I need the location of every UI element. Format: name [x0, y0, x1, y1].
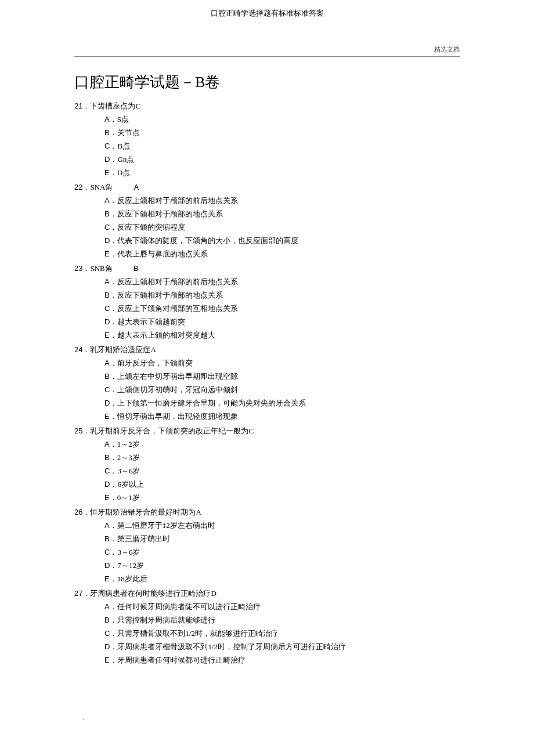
- option-separator: ．: [110, 196, 117, 205]
- question-text: 下齿槽座点为C: [90, 102, 140, 110]
- question-stem: 23．SNB角B: [74, 262, 460, 275]
- option-text: 只需牙槽骨汲取不到1/2时，就能够进行正畸治疗: [117, 629, 278, 638]
- question-stem: 22．SNA角A: [74, 180, 460, 194]
- option-separator: ．: [110, 629, 117, 638]
- option-label: D: [104, 561, 110, 570]
- option-separator: ．: [110, 480, 117, 489]
- option-item: D．上下颌第一恒磨牙建牙合早期，可能为尖对尖的牙合关系: [104, 396, 460, 410]
- question-number: 24: [74, 345, 82, 354]
- option-text: 反应下颌相对于颅部的地点关系: [117, 209, 223, 218]
- option-item: D．代表下颌体的陡度，下颌角的大小，也反应面部的高度: [104, 234, 460, 247]
- option-label: B: [104, 453, 110, 462]
- option-label: E: [104, 493, 110, 502]
- option-label: E: [104, 656, 110, 664]
- question-separator: ．: [82, 426, 90, 435]
- option-label: E: [104, 331, 110, 339]
- option-text: 1～2岁: [117, 440, 140, 448]
- option-text: 反应下颌的突缩程度: [117, 223, 185, 231]
- option-separator: ．: [110, 291, 117, 299]
- option-label: C: [104, 304, 110, 313]
- question-separator: ．: [82, 345, 90, 354]
- options-list: A．反应上颌相对于颅部的前后地点关系B．反应下颌相对于颅部的地点关系C．反应下颌…: [74, 194, 460, 261]
- option-label: E: [104, 574, 110, 583]
- question: 26．恒牙期矫治错牙合的最好时期为AA．第二恒磨牙于12岁左右萌出时B．第三磨牙…: [74, 505, 460, 585]
- option-text: 越大表示下颌越前突: [117, 317, 185, 326]
- option-item: C．上颌侧切牙初萌时，牙冠向远中倾斜: [104, 383, 460, 396]
- option-label: A: [104, 196, 110, 205]
- question-stem: 26．恒牙期矫治错牙合的最好时期为A: [74, 505, 460, 519]
- options-list: A．S点B．关节点C．B点D．Gn点E．D点: [74, 113, 460, 179]
- option-label: A: [104, 521, 110, 530]
- option-separator: ．: [110, 399, 117, 407]
- option-text: 6岁以上: [117, 480, 144, 489]
- question-number: 21: [74, 102, 82, 110]
- question: 27．牙周病患者在何时能够进行正畸治疗DA．任何时候牙周病患者陡不可以进行正畸治…: [74, 587, 460, 667]
- option-label: A: [104, 277, 110, 286]
- question-text: 恒牙期矫治错牙合的最好时期为A: [90, 508, 201, 516]
- question: 22．SNA角AA．反应上颌相对于颅部的前后地点关系B．反应下颌相对于颅部的地点…: [74, 180, 460, 261]
- option-text: 越大表示上颌的相对突度越大: [117, 331, 215, 339]
- page-header-right: 精选文档: [0, 19, 534, 54]
- question-separator: ．: [82, 264, 90, 273]
- option-text: 上颌侧切牙初萌时，牙冠向远中倾斜: [117, 385, 238, 394]
- option-text: 上颌左右中切牙萌出早期即出现空隙: [117, 372, 238, 381]
- document-title: 口腔正畸学试题－B卷: [74, 72, 460, 92]
- option-item: E．0～1岁: [104, 491, 460, 504]
- option-separator: ．: [110, 548, 117, 556]
- option-separator: ．: [110, 616, 117, 624]
- option-item: A．反应上颌相对于颅部的前后地点关系: [104, 275, 460, 288]
- option-separator: ．: [110, 209, 117, 218]
- option-label: A: [104, 602, 110, 611]
- option-text: 牙周病患者牙槽骨汲取不到1/2时，控制了牙周病后方可进行正畸治疗: [117, 642, 346, 651]
- option-separator: ．: [110, 277, 117, 286]
- option-separator: ．: [110, 602, 117, 611]
- option-separator: ．: [110, 642, 117, 651]
- option-text: 反应上颌相对于颅部的前后地点关系: [117, 196, 238, 205]
- option-text: 3～6岁: [117, 548, 140, 556]
- option-separator: ．: [110, 142, 117, 150]
- option-label: C: [104, 385, 110, 394]
- answer-inline: B: [134, 264, 139, 273]
- option-separator: ．: [110, 115, 117, 124]
- option-text: 3～6岁: [117, 466, 140, 475]
- question-number: 25: [74, 426, 82, 435]
- option-text: 只需控制牙周病后就能够进行: [117, 616, 215, 624]
- option-item: C．只需牙槽骨汲取不到1/2时，就能够进行正畸治疗: [104, 627, 460, 640]
- option-text: 代表下颌体的陡度，下颌角的大小，也反应面部的高度: [117, 236, 298, 245]
- option-label: D: [104, 236, 110, 245]
- option-item: E．代表上唇与鼻底的地点关系: [104, 247, 460, 261]
- option-item: D．越大表示下颌越前突: [104, 315, 460, 328]
- option-label: E: [104, 168, 110, 177]
- option-item: A．前牙反牙合，下颌前突: [104, 356, 460, 370]
- option-label: B: [104, 209, 110, 218]
- option-item: C．3～6岁: [104, 464, 460, 478]
- question-text: SNB角: [90, 264, 112, 273]
- option-text: 18岁此后: [117, 574, 147, 583]
- options-list: A．反应上颌相对于颅部的前后地点关系B．反应下颌相对于颅部的地点关系C．反应上下…: [74, 275, 460, 342]
- option-label: D: [104, 480, 110, 489]
- option-item: A．1～2岁: [104, 437, 460, 451]
- question-separator: ．: [82, 508, 90, 516]
- questions-container: 21．下齿槽座点为CA．S点B．关节点C．B点D．Gn点E．D点22．SNA角A…: [74, 99, 460, 667]
- option-text: Gn点: [117, 155, 134, 164]
- option-label: E: [104, 412, 110, 421]
- option-text: 7～12岁: [117, 561, 144, 570]
- option-item: C．3～6岁: [104, 545, 460, 559]
- option-item: D．7～12岁: [104, 559, 460, 572]
- option-separator: ．: [110, 521, 117, 530]
- option-label: A: [104, 115, 110, 124]
- question-stem: 24．乳牙期矫治适应症A: [74, 343, 460, 356]
- option-separator: ．: [110, 317, 117, 326]
- options-list: A．1～2岁B．2～3岁C．3～6岁D．6岁以上E．0～1岁: [74, 437, 460, 504]
- option-label: A: [104, 359, 110, 367]
- option-item: E．越大表示上颌的相对突度越大: [104, 328, 460, 342]
- question-stem: 25．乳牙期前牙反牙合，下颌前突的改正年纪一般为C: [74, 424, 460, 437]
- option-separator: ．: [110, 331, 117, 339]
- question-stem: 21．下齿槽座点为C: [74, 99, 460, 113]
- option-text: 第二恒磨牙于12岁左右萌出时: [117, 521, 215, 530]
- page-header-top: 口腔正畸学选择题有标准标准答案: [0, 0, 534, 19]
- option-text: D点: [117, 168, 130, 177]
- option-separator: ．: [110, 466, 117, 475]
- option-text: 恒切牙萌出早期，出现轻度拥堵现象: [117, 412, 238, 421]
- question: 23．SNB角BA．反应上颌相对于颅部的前后地点关系B．反应下颌相对于颅部的地点…: [74, 262, 460, 342]
